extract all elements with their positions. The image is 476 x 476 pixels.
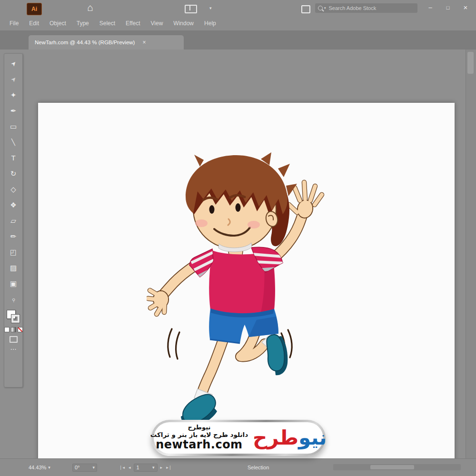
search-box[interactable]: ▾ xyxy=(315,3,417,13)
pen-tool[interactable]: ✒ xyxy=(6,103,20,119)
newtarh-logo: نیوطرح xyxy=(253,428,327,448)
next-artboard-button[interactable]: ▸ xyxy=(159,465,164,470)
chevron-down-icon[interactable]: ▾ xyxy=(92,465,95,470)
zoom-level-value: 44.43% xyxy=(29,465,46,470)
direct-selection-tool[interactable]: ➤ xyxy=(6,71,20,87)
illustrator-logo-icon: Ai xyxy=(27,3,42,15)
arrange-documents-icon[interactable] xyxy=(301,5,310,13)
vertical-scrollbar[interactable] xyxy=(466,50,476,459)
edit-toolbar-ellipsis[interactable]: ⋯ xyxy=(10,346,17,353)
type-tool[interactable]: T xyxy=(6,150,20,166)
boy-right-leg xyxy=(240,329,288,375)
menu-window[interactable]: Window xyxy=(168,20,199,27)
menu-type[interactable]: Type xyxy=(71,20,94,27)
zoom-tool[interactable]: ⌕ xyxy=(6,291,20,307)
rotation-value: 0° xyxy=(75,465,80,470)
boy-illustration xyxy=(147,152,338,429)
document-tab[interactable]: NewTarh.com @ 44.43 % (RGB/Preview) × xyxy=(29,35,184,50)
artboard-navigation: ❘◂ ◂ 1 ▾ ▸ ▸❘ xyxy=(118,459,173,476)
pencil-tool[interactable]: ✏ xyxy=(6,228,20,244)
watermark-inner: نیوطرح نیوطرح دانلود طرح لایه باز بنر و … xyxy=(154,422,323,454)
menu-object[interactable]: Object xyxy=(44,20,71,27)
menu-edit[interactable]: Edit xyxy=(24,20,44,27)
menu-file[interactable]: File xyxy=(4,20,24,27)
search-icon xyxy=(318,6,323,10)
watermark-brand: نیوطرح xyxy=(188,424,210,431)
scale-tool[interactable]: ◇ xyxy=(6,181,20,197)
status-bar: 44.43% ▾ 0° ▾ ❘◂ ◂ 1 ▾ ▸ ▸❘ Selection xyxy=(0,458,476,476)
minimize-button[interactable]: – xyxy=(425,4,436,11)
last-artboard-button[interactable]: ▸❘ xyxy=(165,465,173,470)
line-segment-tool[interactable]: ╲ xyxy=(6,134,20,150)
rotate-tool[interactable]: ↻ xyxy=(6,166,20,181)
first-artboard-button[interactable]: ❘◂ xyxy=(118,465,126,470)
document-tab-title: NewTarh.com @ 44.43 % (RGB/Preview) xyxy=(35,40,135,45)
search-input[interactable] xyxy=(326,5,417,11)
watermark-domain: newtarh.com xyxy=(156,438,242,452)
menu-bar: File Edit Object Type Select Effect View… xyxy=(0,16,476,30)
menu-effect[interactable]: Effect xyxy=(120,20,145,27)
chevron-down-icon[interactable]: ▾ xyxy=(152,465,155,470)
fill-stroke-swatches xyxy=(6,310,20,325)
zoom-level-control[interactable]: 44.43% ▾ xyxy=(29,459,50,476)
newtarh-watermark: نیوطرح نیوطرح دانلود طرح لایه باز بنر و … xyxy=(151,420,326,456)
width-tool[interactable]: ❖ xyxy=(6,197,20,213)
artboard-number-field[interactable]: 1 ▾ xyxy=(134,464,158,472)
rotation-control[interactable]: 0° ▾ xyxy=(72,459,97,476)
chevron-down-icon[interactable]: ▾ xyxy=(48,465,50,470)
selection-tool[interactable]: ➤ xyxy=(6,56,20,71)
chevron-down-icon[interactable]: ▾ xyxy=(209,6,212,10)
boy-left-leg xyxy=(181,341,223,426)
canvas-pasteboard[interactable] xyxy=(0,50,476,459)
color-mode-row xyxy=(4,327,23,332)
gradient-button[interactable] xyxy=(11,327,16,332)
shape-builder-tool[interactable]: ▱ xyxy=(6,213,20,228)
home-icon[interactable]: ⌂ xyxy=(87,1,93,14)
artboard-tool[interactable]: ▣ xyxy=(6,276,20,291)
gradient-tool[interactable]: ▨ xyxy=(6,260,20,276)
status-mode-label: Selection xyxy=(248,465,269,470)
restore-button[interactable]: □ xyxy=(443,4,453,11)
logo-red-text: طرح xyxy=(253,426,298,449)
color-button[interactable] xyxy=(4,327,10,332)
menu-view[interactable]: View xyxy=(146,20,169,27)
menu-help[interactable]: Help xyxy=(199,20,221,27)
boy-head xyxy=(186,152,297,249)
stroke-color-swatch[interactable] xyxy=(11,315,20,323)
previous-artboard-button[interactable]: ◂ xyxy=(128,465,132,470)
layout-switcher-icon[interactable] xyxy=(185,5,197,13)
rectangle-tool[interactable]: ▭ xyxy=(6,119,20,134)
status-mode: Selection xyxy=(248,459,269,476)
none-button[interactable] xyxy=(18,327,23,332)
document-tab-bar: NewTarh.com @ 44.43 % (RGB/Preview) × xyxy=(0,30,476,50)
watermark-text: نیوطرح دانلود طرح لایه باز بنر و تراکت n… xyxy=(150,424,248,452)
horizontal-scrollbar[interactable] xyxy=(333,464,461,470)
illustrator-window: Ai ⌂ ▾ ▾ – □ × File Edit Object Type Sel… xyxy=(0,0,476,476)
draw-mode-icon[interactable] xyxy=(10,336,18,343)
free-transform-tool[interactable]: ◰ xyxy=(6,244,20,260)
watermark-tagline: دانلود طرح لایه باز بنر و تراکت xyxy=(150,431,248,439)
application-bar: Ai ⌂ ▾ ▾ – □ × xyxy=(0,0,476,16)
tool-panel: ➤ ➤ ✦ ✒ ▭ ╲ T ↻ ◇ ❖ ▱ ✏ ◰ ▨ ▣ ⌕ ⋯ xyxy=(4,53,23,387)
vertical-scrollbar-thumb[interactable] xyxy=(467,52,474,74)
horizontal-scrollbar-thumb[interactable] xyxy=(370,465,414,469)
menu-select[interactable]: Select xyxy=(94,20,120,27)
close-button[interactable]: × xyxy=(460,4,471,11)
tab-close-icon[interactable]: × xyxy=(142,39,146,46)
logo-blue-text: نیو xyxy=(298,426,327,449)
artboard-number-value: 1 xyxy=(137,465,139,470)
magic-wand-tool[interactable]: ✦ xyxy=(6,87,20,103)
